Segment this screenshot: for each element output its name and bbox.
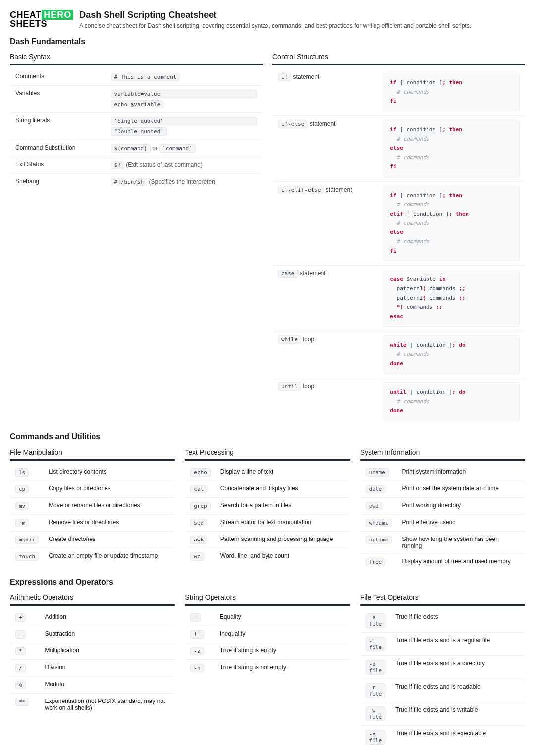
table-arithmetic: +Addition-Subtraction*Multiplication/Div… [10,609,175,716]
row-label: loop [301,383,314,390]
row-desc: Multiplication [40,643,175,659]
row-label: Variables [10,86,106,113]
code-block: case $variable in pattern1) commands ;; … [383,270,520,326]
table-row: -e fileTrue if file exists [360,609,525,632]
row-desc: Remove files or directories [44,514,175,531]
table-row: unamePrint system information [360,464,525,481]
code-snippet: pwd [366,502,382,510]
subsection-title-arithmetic: Arithmetic Operators [10,594,175,606]
logo-text-cheat: CHEAT [10,11,41,19]
code-snippet: variable=value [111,90,257,98]
code-snippet: -e file [366,613,385,628]
table-row: grepSearch for a pattern in files [185,497,350,514]
code-snippet: -w file [366,706,385,721]
code-snippet: $? [111,161,124,169]
code-block: if [ condition ]; then # commands elif [… [383,186,520,262]
subsection-title-filetest: File Test Operators [360,594,525,606]
table-row: touchCreate an empty file or update time… [10,548,175,565]
table-row: !=Inequality [185,626,350,643]
code-snippet: date [366,485,386,493]
row-label: Command Substitution [10,140,106,157]
code-snippet: awk [190,536,207,544]
table-row: -Subtraction [10,626,175,643]
subsection-title-control-structures: Control Structures [272,53,525,65]
code-snippet: cat [190,485,207,493]
table-row: -x fileTrue if file exists and is execut… [360,725,525,749]
code-block: until [ condition ]; do # commands done [383,382,520,421]
table-row: echoDisplay a line of text [185,464,350,481]
code-snippet: "Double quoted" [111,127,167,136]
table-row: wcWord, line, and byte count [185,548,350,565]
row-desc: Print system information [397,464,525,481]
table-row: **Exponentiation (not POSIX standard, ma… [10,693,175,715]
code-snippet: -d file [366,660,385,675]
code-snippet: != [190,630,204,639]
code-snippet: -f file [366,637,385,651]
code-snippet: -x file [366,730,385,745]
table-row: catConcatenate and display files [185,481,350,497]
code-snippet: grep [190,502,211,510]
note-text: (Exit status of last command) [126,162,203,168]
code-snippet: wc [190,552,204,561]
table-row: -zTrue if string is empty [185,643,350,659]
row-label: Exit Status [10,157,106,174]
row-desc: True if string is empty [215,643,350,659]
row-desc: Display amount of free and used memory [397,553,525,570]
row-desc: Subtraction [40,626,175,643]
row-desc: True if file exists and is writable [390,702,525,725]
table-row: Shebang #!/bin/sh (Specifies the interpr… [10,174,263,191]
table-row: -d fileTrue if file exists and is a dire… [360,655,525,679]
table-row: -nTrue if string is not empty [185,659,350,676]
code-block: if [ condition ]; then # commands else #… [383,120,520,177]
table-row: -f fileTrue if file exists and is a regu… [360,632,525,655]
code-snippet: -r file [366,683,385,698]
row-label: Comments [10,69,106,86]
row-label: String literals [10,113,106,140]
code-snippet: if-else [278,120,308,128]
code-snippet: cp [15,485,29,493]
code-snippet: mkdir [15,536,39,544]
code-snippet: % [15,681,26,689]
row-desc: Search for a pattern in files [215,497,350,514]
table-row: -r fileTrue if file exists and is readab… [360,679,525,702]
table-row: =Equality [185,609,350,626]
section-title-commands: Commands and Utilities [10,432,525,441]
subsection-title-file-manipulation: File Manipulation [10,448,175,461]
row-desc: Modulo [40,676,175,693]
table-row: String literals 'Single quoted' "Double … [10,113,263,140]
header-text: Dash Shell Scripting Cheatsheet A concis… [79,10,471,29]
code-block: while [ condition ]; do # commands done [383,335,520,374]
row-label: statement [298,270,326,277]
row-desc: List directory contents [44,464,175,481]
code-snippet: uname [366,468,389,477]
code-snippet: mv [15,502,29,510]
table-row: mkdirCreate directories [10,531,175,548]
note-text: (Specifies the interpreter) [149,178,216,185]
row-desc: Division [40,659,175,676]
logo: CHEAT HERO SHEETS [10,10,73,28]
table-row: rmRemove files or directories [10,514,175,531]
table-control-structures: if statement if [ condition ]; then # co… [272,68,525,426]
logo-text-hero: HERO [42,10,73,20]
row-desc: Addition [40,609,175,626]
row-desc: Create an empty file or update timestamp [44,548,175,565]
code-snippet: echo [190,468,211,477]
table-row: /Division [10,659,175,676]
subsection-title-string: String Operators [185,594,350,606]
code-snippet: * [15,647,26,655]
code-snippet: whoami [366,519,392,527]
table-row: %Modulo [10,676,175,693]
code-snippet: #!/bin/sh [111,178,148,186]
page-title: Dash Shell Scripting Cheatsheet [79,10,471,20]
table-filetest: -e fileTrue if file exists-f fileTrue if… [360,609,525,749]
row-desc: Pattern scanning and processing language [215,531,350,548]
row-desc: Display a line of text [215,464,350,481]
code-snippet: ls [15,468,29,477]
row-desc: Print effective userid [397,514,525,531]
table-system-information: unamePrint system informationdatePrint o… [360,464,525,571]
row-desc: Exponentiation (not POSIX standard, may … [40,693,175,715]
code-snippet: - [15,630,26,639]
code-snippet: -n [190,664,204,672]
code-snippet: + [15,613,26,622]
row-desc: True if string is not empty [215,659,350,676]
